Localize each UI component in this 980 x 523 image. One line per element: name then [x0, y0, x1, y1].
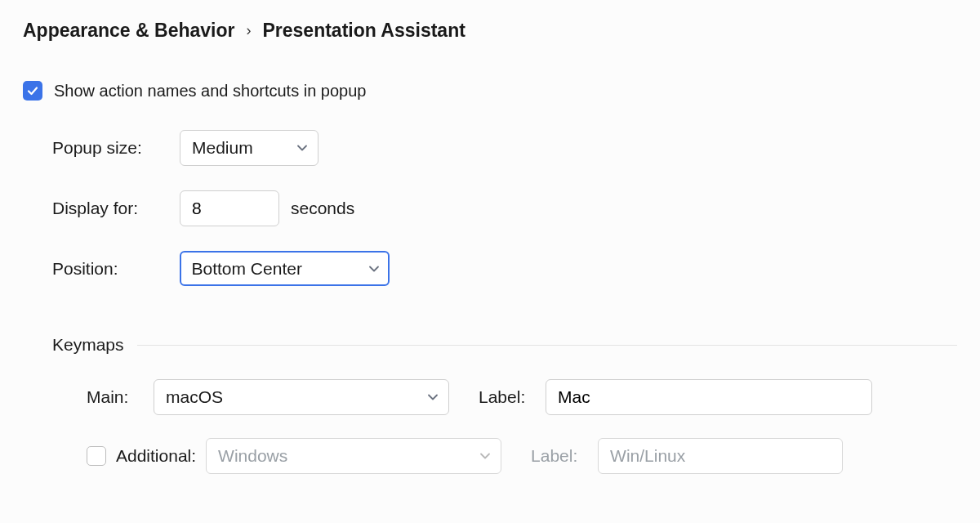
chevron-down-icon	[427, 393, 439, 401]
position-value: Bottom Center	[192, 259, 302, 279]
display-for-input[interactable]	[180, 190, 279, 226]
main-label2: Label:	[479, 387, 536, 407]
keymaps-section-header: Keymaps	[52, 335, 957, 355]
main-keymap-select[interactable]: macOS	[154, 379, 449, 415]
breadcrumb-parent[interactable]: Appearance & Behavior	[23, 20, 234, 42]
chevron-down-icon	[296, 144, 308, 152]
position-select[interactable]: Bottom Center	[180, 251, 390, 286]
popup-size-row: Popup size: Medium	[52, 130, 957, 166]
breadcrumb-separator: ›	[246, 22, 251, 39]
popup-size-label: Popup size:	[52, 138, 180, 158]
additional-keymap-row: Additional: Windows Label:	[87, 438, 957, 474]
chevron-down-icon	[479, 452, 491, 460]
show-popup-checkbox[interactable]	[23, 81, 42, 101]
breadcrumb: Appearance & Behavior › Presentation Ass…	[23, 20, 957, 42]
show-popup-label: Show action names and shortcuts in popup	[54, 82, 366, 101]
main-keymap-row: Main: macOS Label:	[87, 379, 957, 415]
checkmark-icon	[26, 84, 39, 97]
display-for-label: Display for:	[52, 199, 180, 218]
main-label-input[interactable]	[546, 379, 872, 415]
additional-keymap-select[interactable]: Windows	[206, 438, 501, 474]
popup-size-select[interactable]: Medium	[180, 130, 318, 166]
show-popup-checkbox-row[interactable]: Show action names and shortcuts in popup	[23, 81, 957, 101]
chevron-down-icon	[368, 265, 380, 273]
additional-checkbox[interactable]	[87, 446, 106, 466]
position-row: Position: Bottom Center	[52, 251, 957, 286]
additional-label2: Label:	[531, 446, 588, 466]
main-keymap-value: macOS	[166, 387, 223, 407]
section-divider	[137, 345, 957, 346]
keymaps-section-title: Keymaps	[52, 335, 124, 355]
popup-size-value: Medium	[192, 138, 253, 158]
additional-keymap-label: Additional:	[116, 446, 196, 466]
additional-keymap-value: Windows	[218, 446, 287, 466]
display-for-row: Display for: seconds	[52, 190, 957, 226]
additional-label-input[interactable]	[598, 438, 843, 474]
additional-label-group: Label:	[531, 438, 843, 474]
position-label: Position:	[52, 259, 180, 279]
display-for-suffix: seconds	[291, 199, 354, 218]
breadcrumb-current: Presentation Assistant	[262, 20, 465, 42]
main-keymap-label: Main:	[87, 387, 144, 407]
main-label-group: Label:	[479, 379, 872, 415]
